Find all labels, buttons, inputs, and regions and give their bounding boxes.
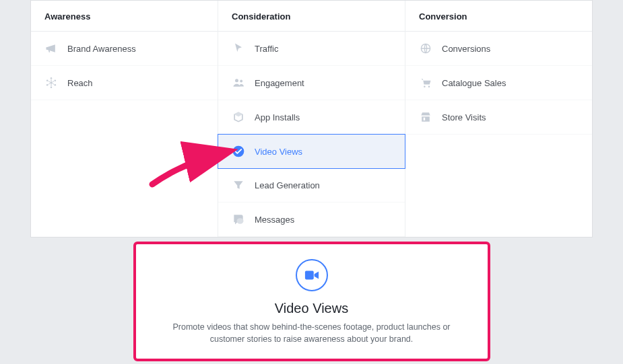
- detail-description: Promote videos that show behind-the-scen…: [167, 322, 457, 345]
- svg-rect-14: [304, 271, 313, 280]
- objective-panel: Awareness Brand Awareness Reach Consider…: [30, 0, 593, 238]
- svg-point-3: [46, 79, 48, 81]
- option-app-installs[interactable]: App Installs: [218, 100, 405, 135]
- column-consideration: Consideration Traffic Engagement App Ins…: [218, 1, 405, 237]
- option-label: Store Visits: [442, 112, 486, 122]
- people-icon: [232, 76, 245, 89]
- snowflake-icon: [44, 76, 58, 89]
- svg-point-2: [51, 86, 53, 88]
- check-circle-icon: [232, 145, 245, 158]
- megaphone-icon: [44, 42, 58, 55]
- store-icon: [419, 110, 432, 124]
- globe-icon: [419, 42, 432, 55]
- option-traffic[interactable]: Traffic: [218, 32, 405, 66]
- svg-point-1: [51, 77, 53, 79]
- column-awareness: Awareness Brand Awareness Reach: [31, 1, 218, 237]
- detail-title: Video Views: [156, 301, 467, 316]
- option-label: Conversions: [442, 44, 490, 54]
- svg-point-8: [240, 80, 242, 83]
- svg-point-10: [237, 218, 244, 223]
- funnel-icon: [232, 178, 245, 192]
- chat-icon: [232, 213, 245, 226]
- video-camera-icon: [296, 259, 328, 291]
- option-conversions[interactable]: Conversions: [405, 32, 592, 66]
- svg-point-13: [428, 86, 430, 87]
- box-icon: [232, 110, 245, 124]
- svg-point-6: [55, 84, 57, 86]
- option-label: Video Views: [255, 147, 302, 157]
- option-catalogue-sales[interactable]: Catalogue Sales: [405, 66, 592, 100]
- option-label: Messages: [255, 215, 294, 225]
- option-label: Traffic: [255, 44, 278, 54]
- svg-point-0: [50, 81, 52, 83]
- option-label: Brand Awareness: [67, 44, 136, 54]
- option-label: App Installs: [255, 112, 300, 122]
- column-header-awareness: Awareness: [31, 1, 218, 32]
- objective-detail-card: Video Views Promote videos that show beh…: [133, 242, 490, 361]
- column-header-consideration: Consideration: [218, 1, 405, 32]
- option-store-visits[interactable]: Store Visits: [405, 100, 592, 135]
- option-lead-generation[interactable]: Lead Generation: [218, 168, 405, 203]
- column-header-conversion: Conversion: [405, 1, 592, 32]
- option-label: Lead Generation: [255, 180, 320, 190]
- option-video-views[interactable]: Video Views: [218, 134, 405, 169]
- option-label: Reach: [67, 78, 93, 88]
- svg-point-5: [46, 84, 48, 86]
- svg-point-4: [55, 79, 57, 81]
- column-conversion: Conversion Conversions Catalogue Sales S…: [405, 1, 592, 237]
- option-brand-awareness[interactable]: Brand Awareness: [31, 32, 218, 66]
- svg-point-12: [424, 86, 426, 87]
- option-label: Engagement: [255, 78, 304, 88]
- objective-columns: Awareness Brand Awareness Reach Consider…: [31, 1, 592, 237]
- option-reach[interactable]: Reach: [31, 66, 218, 100]
- svg-point-7: [235, 79, 238, 82]
- option-messages[interactable]: Messages: [218, 203, 405, 237]
- cursor-icon: [232, 42, 245, 55]
- option-engagement[interactable]: Engagement: [218, 66, 405, 100]
- cart-icon: [419, 76, 432, 89]
- option-label: Catalogue Sales: [442, 78, 506, 88]
